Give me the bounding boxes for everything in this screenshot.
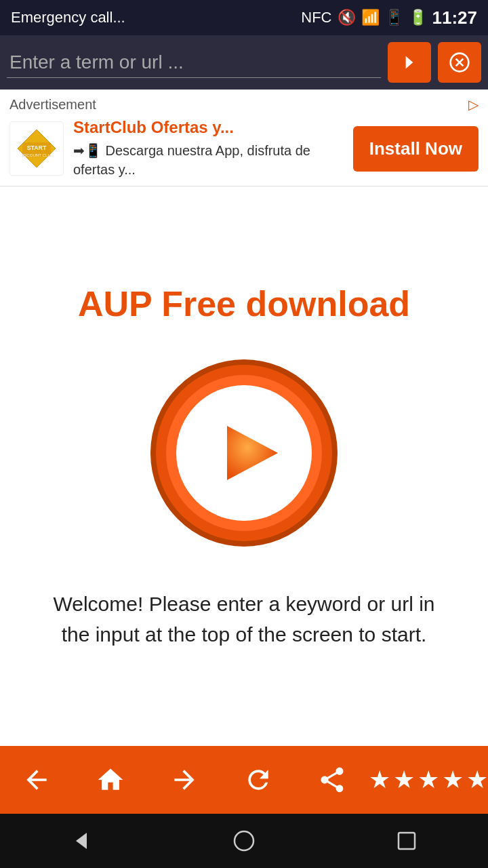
start-club-logo-svg: START DISCOUNT CLUB	[13, 125, 60, 172]
system-home-icon	[230, 827, 258, 854]
ad-title: StartClub Ofertas y...	[73, 118, 344, 137]
ad-content: START DISCOUNT CLUB StartClub Ofertas y.…	[9, 118, 479, 179]
system-nav	[0, 814, 488, 868]
play-button[interactable]	[149, 358, 339, 548]
search-input[interactable]	[7, 47, 381, 78]
svg-text:START: START	[27, 144, 47, 151]
refresh-button[interactable]	[221, 746, 295, 814]
svg-point-12	[235, 831, 253, 850]
battery-icon: 🔋	[409, 9, 427, 26]
main-content: AUP Free download Welcome! Please enter …	[0, 186, 488, 746]
search-bar	[0, 35, 488, 90]
status-bar: Emergency call... NFC 🔇 📶 📱 🔋 11:27	[0, 0, 488, 35]
clear-button[interactable]	[438, 42, 481, 83]
mute-icon: 🔇	[338, 9, 356, 26]
sim-icon: 📱	[385, 9, 403, 26]
system-recents-icon	[393, 827, 420, 854]
home-button[interactable]	[74, 746, 148, 814]
back-button[interactable]	[0, 746, 74, 814]
ad-label: Advertisement	[9, 97, 96, 113]
star-1: ★	[369, 766, 390, 794]
star-4: ★	[442, 766, 464, 794]
system-recents-button[interactable]	[390, 824, 424, 858]
wifi-icon: 📶	[361, 9, 380, 26]
share-button[interactable]	[295, 746, 369, 814]
emergency-call-text: Emergency call...	[11, 9, 125, 26]
ad-banner: Advertisement ▷ START DISCOUNT CLUB Star…	[0, 90, 488, 186]
star-3: ★	[418, 766, 439, 794]
home-icon	[96, 765, 125, 795]
ad-description: ➡📱 Descarga nuestra App, disfruta de ofe…	[73, 141, 344, 179]
svg-text:DISCOUNT CLUB: DISCOUNT CLUB	[20, 153, 54, 157]
clock: 11:27	[432, 7, 478, 28]
main-title: AUP Free download	[78, 283, 410, 324]
ad-text: StartClub Ofertas y... ➡📱 Descarga nuest…	[73, 118, 344, 179]
search-button[interactable]	[388, 42, 431, 83]
nfc-icon: NFC	[301, 9, 331, 26]
status-icons: NFC 🔇 📶 📱 🔋 11:27	[301, 7, 477, 28]
bottom-nav: ★ ★ ★ ★ ★	[0, 746, 488, 814]
system-back-button[interactable]	[64, 824, 98, 858]
star-2: ★	[393, 766, 415, 794]
arrow-right-icon	[399, 52, 420, 73]
install-now-button[interactable]: Install Now	[353, 126, 479, 172]
system-back-icon	[68, 827, 95, 854]
svg-marker-11	[76, 833, 87, 849]
ad-logo: START DISCOUNT CLUB	[9, 121, 64, 176]
welcome-text: Welcome! Please enter a keyword or url i…	[41, 589, 447, 650]
back-icon	[22, 765, 52, 795]
ad-prism-icon: ▷	[468, 96, 479, 113]
play-circle-icon	[149, 358, 339, 548]
close-icon	[449, 52, 470, 73]
system-home-button[interactable]	[227, 824, 261, 858]
share-icon	[317, 765, 347, 795]
svg-rect-13	[399, 833, 415, 849]
ad-label-row: Advertisement ▷	[9, 96, 479, 113]
forward-icon	[169, 765, 199, 795]
refresh-icon	[243, 765, 273, 795]
star-5: ★	[466, 766, 488, 794]
rating-stars[interactable]: ★ ★ ★ ★ ★	[369, 766, 488, 794]
forward-button[interactable]	[148, 746, 222, 814]
